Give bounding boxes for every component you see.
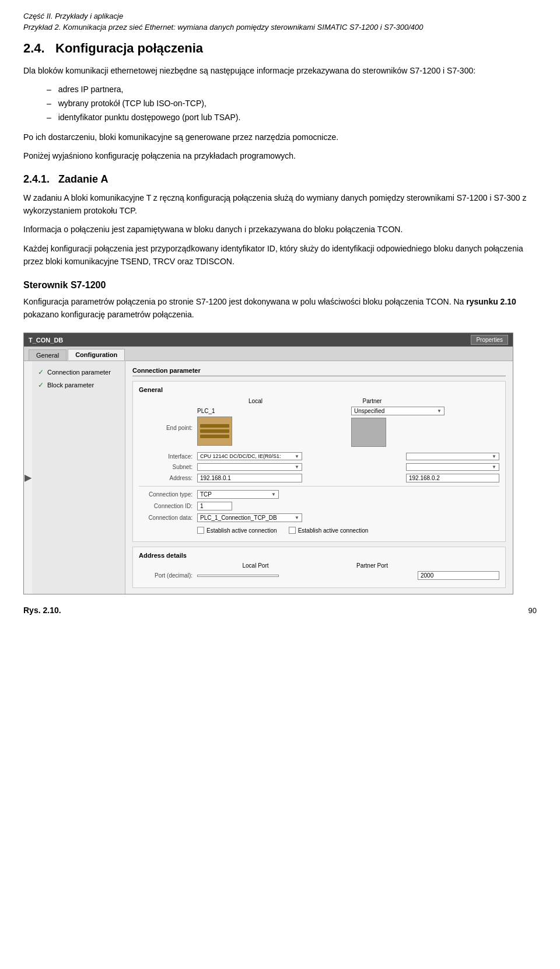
connection-id-input[interactable]: 1 bbox=[197, 502, 232, 510]
port-partner-value: 2000 bbox=[418, 571, 499, 580]
sidebar: ✓ Connection parameter ✓ Block parameter bbox=[32, 361, 125, 594]
address-details-title: Address details bbox=[139, 552, 499, 559]
tab-general[interactable]: General bbox=[29, 349, 66, 361]
chapter-header: Przykład 2. Komunikacja przez sieć Ether… bbox=[23, 23, 537, 32]
establish-local-label: Establish active connection bbox=[206, 527, 277, 534]
subsection-paragraph3: Każdej konfiguracji połączenia jest przy… bbox=[23, 242, 537, 268]
tab-configuration[interactable]: Configuration bbox=[68, 349, 125, 361]
connection-data-value: PLC_1_Connection_TCP_DB ▼ bbox=[197, 513, 499, 522]
subnet-label: Subnet: bbox=[139, 464, 197, 470]
sidebar-item-label-2: Block parameter bbox=[47, 382, 94, 389]
section-number: 2.4. bbox=[23, 41, 45, 55]
connection-data-dropdown[interactable]: PLC_1_Connection_TCP_DB ▼ bbox=[197, 513, 302, 522]
paragraph3: Poniżej wyjaśniono konfigurację połączen… bbox=[23, 149, 537, 162]
titlebar-title: T_CON_DB bbox=[29, 337, 63, 344]
interface-partner-arrow: ▼ bbox=[492, 454, 496, 459]
connection-data-label: Connection data: bbox=[139, 515, 197, 521]
check-icon: ✓ bbox=[38, 368, 44, 376]
list-item: – identyfikator punktu dostępowego (port… bbox=[47, 111, 537, 125]
connection-id-row: Connection ID: 1 bbox=[139, 502, 499, 510]
paragraph2: Po ich dostarczeniu, bloki komunikacyjne… bbox=[23, 131, 537, 144]
sidebar-item-label: Connection parameter bbox=[47, 369, 111, 376]
interface-dropdown[interactable]: CPU 1214C DC/DC/DC, IE(R0/S1: ▼ bbox=[197, 452, 302, 460]
section-title-text: Konfiguracja połączenia bbox=[55, 41, 203, 55]
port-local-input[interactable] bbox=[197, 575, 279, 577]
end-point-partner-value: Unspecified ▼ bbox=[351, 407, 499, 449]
address-partner-input[interactable]: 192.168.0.2 bbox=[406, 474, 499, 482]
establish-connection-row: Establish active connection Establish ac… bbox=[139, 525, 499, 534]
address-local-input[interactable]: 192.168.0.1 bbox=[197, 474, 302, 482]
sidebar-item-block-parameter[interactable]: ✓ Block parameter bbox=[34, 379, 123, 391]
device-line-2 bbox=[200, 429, 229, 433]
ss-body: ▶ ✓ Connection parameter ✓ Block paramet… bbox=[24, 361, 513, 594]
partner-device-icon bbox=[351, 418, 386, 447]
subsection-title: 2.4.1. Zadanie A bbox=[23, 173, 537, 186]
connection-id-value: 1 bbox=[197, 502, 499, 510]
left-arrow-icon: ▶ bbox=[24, 472, 32, 483]
connection-type-text: TCP bbox=[200, 491, 212, 498]
conn-data-arrow: ▼ bbox=[295, 515, 299, 520]
subnet-row: Subnet: ▼ ▼ bbox=[139, 463, 499, 471]
address-label: Address: bbox=[139, 475, 197, 481]
connection-data-text: PLC_1_Connection_TCP_DB bbox=[200, 515, 277, 521]
interface-text: CPU 1214C DC/DC/DC, IE(R0/S1: bbox=[200, 453, 281, 459]
interface-partner-dropdown[interactable]: ▼ bbox=[406, 453, 499, 460]
local-port-header: Local Port bbox=[197, 562, 314, 569]
local-header: Local bbox=[197, 398, 314, 404]
left-arrow-area: ▶ bbox=[24, 361, 32, 594]
connection-type-label: Connection type: bbox=[139, 491, 197, 498]
partner-dropdown[interactable]: Unspecified ▼ bbox=[351, 407, 444, 415]
bold-heading: Sterownik S7-1200 bbox=[23, 280, 537, 291]
interface-value: CPU 1214C DC/DC/DC, IE(R0/S1: ▼ bbox=[197, 452, 400, 460]
connection-type-row: Connection type: TCP ▼ bbox=[139, 490, 499, 499]
partner-value: Unspecified bbox=[354, 408, 384, 414]
subsection-paragraph1: W zadaniu A bloki komunikacyjne T z ręcz… bbox=[23, 191, 537, 218]
subsection-number: 2.4.1. bbox=[23, 173, 50, 185]
establish-partner-checkbox-row: Establish active connection bbox=[289, 527, 369, 534]
establish-checkboxes: Establish active connection Establish ac… bbox=[197, 525, 368, 534]
tabs-bar: General Configuration bbox=[24, 347, 513, 361]
subnet-dropdown[interactable]: ▼ bbox=[197, 463, 302, 471]
connection-id-label: Connection ID: bbox=[139, 503, 197, 509]
subnet-partner: ▼ bbox=[406, 463, 499, 471]
port-row: Port (decimal): 2000 bbox=[139, 571, 499, 580]
establish-partner-checkbox[interactable] bbox=[289, 527, 296, 534]
connection-data-row: Connection data: PLC_1_Connection_TCP_DB… bbox=[139, 513, 499, 522]
subnet-partner-arrow: ▼ bbox=[492, 464, 496, 470]
part-header: Część II. Przykłady i aplikacje bbox=[23, 12, 537, 20]
page-number: 90 bbox=[528, 606, 537, 615]
check-icon-2: ✓ bbox=[38, 381, 44, 389]
end-point-row: End point: PLC_1 Unsp bbox=[139, 407, 499, 449]
address-partner-value: 192.168.0.2 bbox=[406, 474, 499, 482]
device-line-1 bbox=[200, 424, 229, 428]
subnet-arrow: ▼ bbox=[295, 464, 299, 470]
address-details-section: Address details Local Port Partner Port … bbox=[132, 547, 506, 588]
address-row: Address: 192.168.0.1 192.168.0.2 bbox=[139, 474, 499, 482]
screenshot-container: T_CON_DB Properties General Configuratio… bbox=[23, 333, 513, 594]
device-icon-local bbox=[197, 417, 232, 446]
subsection-paragraph2: Informacja o połączeniu jest zapamiętywa… bbox=[23, 223, 537, 236]
subnet-partner-dropdown[interactable]: ▼ bbox=[406, 463, 499, 471]
titlebar-properties: Properties bbox=[471, 335, 508, 345]
sidebar-item-connection-parameter[interactable]: ✓ Connection parameter bbox=[34, 366, 123, 379]
general-section: General Local Partner End point: PLC_1 bbox=[132, 381, 506, 542]
list-item: – wybrany protokół (TCP lub ISO-on-TCP), bbox=[47, 97, 537, 111]
list-item: – adres IP partnera, bbox=[47, 83, 537, 97]
separator bbox=[139, 486, 499, 487]
general-section-title: General bbox=[139, 386, 499, 393]
end-point-local-value: PLC_1 bbox=[197, 408, 345, 448]
device-lines bbox=[200, 424, 229, 438]
port-partner-input[interactable]: 2000 bbox=[418, 571, 499, 580]
subnet-local: ▼ bbox=[197, 463, 400, 471]
sterownik-paragraph: Konfiguracja parametrów połączenia po st… bbox=[23, 295, 537, 321]
figure-caption: Rys. 2.10. bbox=[23, 606, 61, 615]
address-local-value: 192.168.0.1 bbox=[197, 474, 400, 482]
panel-title: Connection parameter bbox=[132, 367, 506, 376]
port-label: Port (decimal): bbox=[139, 572, 197, 579]
establish-local-checkbox[interactable] bbox=[197, 527, 204, 534]
partner-header: Partner bbox=[314, 398, 430, 404]
intro-paragraph: Dla bloków komunikacji ethernetowej niez… bbox=[23, 64, 537, 77]
interface-label: Interface: bbox=[139, 453, 197, 460]
connection-type-dropdown[interactable]: TCP ▼ bbox=[197, 490, 279, 499]
interface-partner: ▼ bbox=[406, 453, 499, 460]
